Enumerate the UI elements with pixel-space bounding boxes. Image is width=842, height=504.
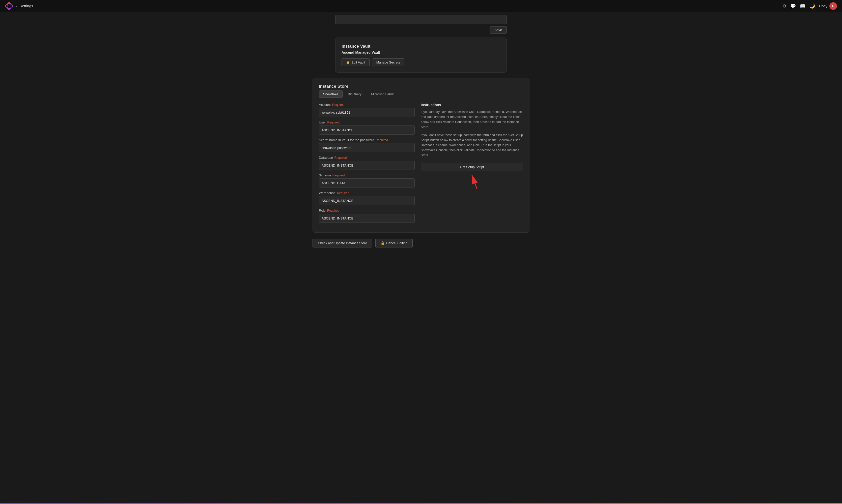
input-user[interactable] [319,126,415,134]
required-badge-secret: Required [376,138,388,142]
tab-bigquery[interactable]: BigQuery [344,90,366,98]
setup-script-area: Get Setup Script [421,163,523,190]
input-account[interactable] [319,108,415,117]
instance-store-title: Instance Store [319,84,523,89]
field-label-warehouse: Warehouse Required [319,191,415,195]
edit-vault-button[interactable]: 🔒 Edit Vault [342,58,370,66]
top-partial-section: Save [335,12,507,38]
field-label-account: Account Required [319,103,415,107]
save-button[interactable]: Save [489,26,507,34]
lock-icon: 🔒 [346,60,350,64]
lock-icon-cancel: 🔒 [381,241,385,245]
input-role[interactable] [319,214,415,223]
instructions-p2: If you don't have these set up, complete… [421,132,523,158]
instance-vault-subtitle: Ascend Managed Vault [342,50,500,54]
svg-line-3 [472,175,477,189]
field-group-role: Role Required [319,209,415,223]
form-col: Account Required User Required Secret na… [319,103,415,226]
store-inner: Account Required User Required Secret na… [319,103,523,226]
field-label-database: Database Required [319,156,415,160]
cancel-editing-button[interactable]: 🔒 Cancel Editing [375,239,413,248]
main-content: Save Instance Vault Ascend Managed Vault… [0,12,842,257]
required-badge-role: Required [327,209,340,213]
svg-point-0 [5,3,13,8]
docs-icon[interactable]: 📖 [800,3,805,9]
moon-icon[interactable]: 🌙 [809,3,815,9]
bottom-actions: Check and Update Instance Store 🔒 Cancel… [312,239,530,248]
manage-secrets-button[interactable]: Manage Secrets [372,58,405,66]
user-section: Cody C [819,2,837,10]
required-badge-schema: Required [332,174,345,177]
field-label-schema: Schema Required [319,173,415,177]
field-label-user: User Required [319,121,415,124]
red-arrow-icon [462,173,482,190]
instance-store-tabs: Snowflake BigQuery Microsoft Fabric [319,90,523,98]
topnav: › Settings ⚙ 💬 📖 🌙 Cody C [0,0,842,12]
tab-microsoft-fabric[interactable]: Microsoft Fabric [367,90,398,98]
field-label-role: Role Required [319,209,415,213]
check-update-button[interactable]: Check and Update Instance Store [312,239,372,248]
topnav-right: ⚙ 💬 📖 🌙 Cody C [782,2,837,10]
breadcrumb-text: Settings [19,4,33,8]
instance-store-card: Instance Store Snowflake BigQuery Micros… [312,78,530,233]
required-badge-warehouse: Required [337,191,349,195]
chat-icon[interactable]: 💬 [790,3,796,9]
arrow-container [421,173,523,190]
tab-snowflake[interactable]: Snowflake [319,90,343,98]
field-group-user: User Required [319,121,415,134]
instance-vault-title: Instance Vault [342,44,500,49]
topnav-left: › Settings [5,2,33,10]
instructions-title: Instructions [421,103,523,107]
app-logo[interactable] [5,2,13,10]
user-name: Cody [819,4,827,8]
field-group-database: Database Required [319,156,415,170]
input-warehouse[interactable] [319,196,415,205]
field-group-schema: Schema Required [319,173,415,187]
avatar[interactable]: C [829,2,837,10]
input-schema[interactable] [319,178,415,187]
settings-icon[interactable]: ⚙ [782,3,786,9]
instance-vault-card: Instance Vault Ascend Managed Vault 🔒 Ed… [335,38,507,73]
field-label-secret: Secret name in Vault for the password Re… [319,138,415,142]
required-badge-account: Required [332,103,345,107]
field-group-secret: Secret name in Vault for the password Re… [319,138,415,152]
vault-buttons: 🔒 Edit Vault Manage Secrets [342,58,500,66]
field-group-account: Account Required [319,103,415,117]
input-secret[interactable] [319,143,415,152]
partial-input[interactable] [335,15,507,24]
field-group-warehouse: Warehouse Required [319,191,415,205]
breadcrumb-arrow: › [16,4,17,8]
instructions-col: Instructions If you already have the Sno… [421,103,523,226]
input-database[interactable] [319,161,415,170]
required-badge-database: Required [334,156,347,160]
required-badge-user: Required [327,121,340,124]
instructions-p1: If you already have the Snowflake User, … [421,109,523,129]
get-setup-script-button[interactable]: Get Setup Script [421,163,523,171]
